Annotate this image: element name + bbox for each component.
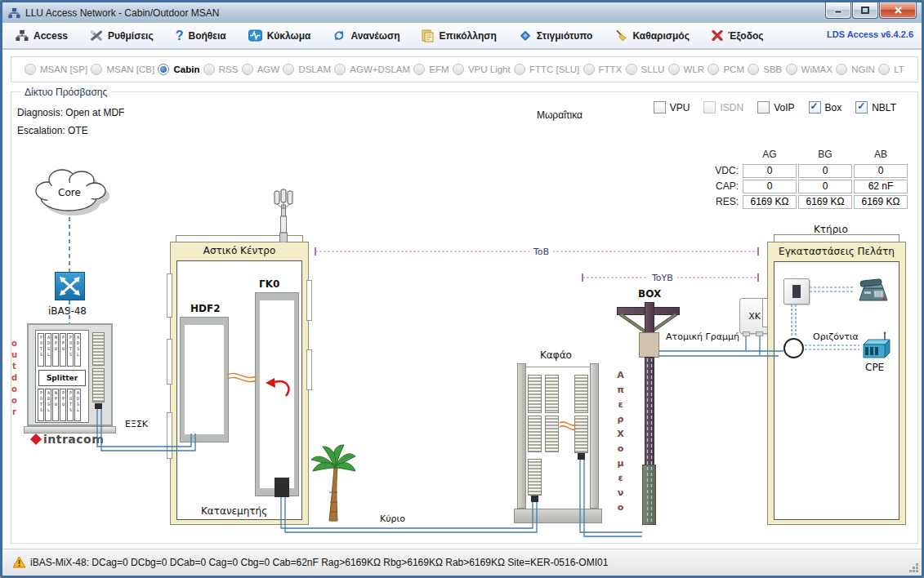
flag-option-VPU[interactable]: VPU <box>654 101 690 113</box>
mode-option-FTTC [SLU][interactable]: FTTC [SLU] <box>514 64 579 75</box>
snapshot-button[interactable]: Στιγμιότυπο <box>519 29 593 42</box>
kafao-terminal-strip <box>574 416 588 453</box>
mode-option-label: MSAN [SP] <box>40 64 87 74</box>
mode-option-AGW[interactable]: AGW <box>242 64 279 75</box>
maximize-button[interactable] <box>852 2 878 19</box>
toyb-label: ToYB <box>648 273 677 283</box>
outdoor-label: outdoor <box>10 339 19 419</box>
radio-icon <box>453 64 464 75</box>
help-icon: ? <box>176 30 184 42</box>
mode-option-Cabin[interactable]: Cabin <box>158 64 199 75</box>
splitter-label: Splitter <box>47 374 78 382</box>
paste-button[interactable]: Επικόλληση <box>422 29 496 42</box>
flag-option-label: NBLT <box>872 102 896 113</box>
warning-icon <box>12 556 26 568</box>
pole-distribution-box[interactable] <box>639 332 659 358</box>
wall-duct <box>762 298 768 327</box>
refresh-icon <box>333 29 346 42</box>
cpe-label: CPE <box>865 362 884 373</box>
mode-option-EFM[interactable]: EFM <box>413 64 449 75</box>
measurement-row-label: VDC: <box>707 164 741 178</box>
mode-option-PCM[interactable]: PCM <box>708 64 744 75</box>
minimize-button[interactable] <box>825 2 851 19</box>
mode-option-MSAN [CB][interactable]: MSAN [CB] <box>91 64 154 75</box>
settings-button[interactable]: Ρυθμίσεις <box>90 29 154 42</box>
mode-option-NGIN[interactable]: NGIN <box>836 64 875 75</box>
msan-switch-icon[interactable] <box>55 272 85 300</box>
flag-option-Box[interactable]: Box <box>809 101 842 113</box>
mode-option-RSS[interactable]: RSS <box>203 64 239 75</box>
cabinet-cable-connector <box>95 403 102 409</box>
mode-option-label: AGW <box>257 64 279 74</box>
access-label: Access <box>33 30 68 42</box>
cabinet-slot-POTS: POTS <box>38 389 44 421</box>
hdf-label: HDF2 <box>190 303 221 314</box>
clean-button[interactable]: Καθαρισμός <box>614 29 690 42</box>
mode-option-VPU Light[interactable]: VPU Light <box>453 64 511 75</box>
exit-button[interactable]: Έξοδος <box>712 30 764 42</box>
flag-option-ISDN[interactable]: ISDN <box>703 101 743 113</box>
distribution-point-circle[interactable] <box>783 338 804 358</box>
mode-selector-panel: MSAN [SP]MSAN [CB]CabinRSSAGWDSLAMAGW+DS… <box>11 56 918 82</box>
box-label: BOX <box>638 288 661 300</box>
service-flags-row: VPUISDNVoIPBoxNBLT <box>654 101 896 113</box>
core-label: Core <box>58 187 81 198</box>
checkbox-icon <box>809 101 821 113</box>
mode-option-DSLAM[interactable]: DSLAM <box>283 64 331 75</box>
intracom-logo-text: intracom <box>43 433 104 446</box>
mdf-label: Κατανεμητής <box>201 505 267 517</box>
help-button[interactable]: ? Βοήθεια <box>176 30 226 42</box>
flag-option-VoIP[interactable]: VoIP <box>757 101 794 113</box>
gk-cable-connector <box>275 478 289 497</box>
toolbar: Access Ρυθμίσεις ? Βοήθεια Κύκλωμα Ανανέ… <box>2 23 922 49</box>
checkbox-icon <box>654 101 666 113</box>
cpe-router-icon <box>860 331 891 361</box>
kafao-terminal-strip <box>574 375 588 413</box>
wall-socket[interactable] <box>783 278 810 305</box>
cabinet-terminal-strip <box>92 368 105 402</box>
intracom-logo: intracom <box>32 433 104 446</box>
mode-option-AGW+DSLAM[interactable]: AGW+DSLAM <box>334 64 410 75</box>
mode-option-SLLU[interactable]: SLLU <box>626 64 665 75</box>
groupbox-title: Δίκτυο Πρόσβασης <box>20 87 111 98</box>
wall-duct <box>167 412 172 459</box>
cabinet-slot-label: POTS <box>39 390 43 420</box>
measurement-value: 62 nF <box>854 180 908 193</box>
kafao-cable-connector <box>578 453 585 460</box>
gk-frame[interactable] <box>256 293 298 496</box>
access-button[interactable]: Access <box>16 29 68 42</box>
circuit-button[interactable]: Κύκλωμα <box>248 29 311 42</box>
cabinet-slot-label: NPU <box>54 390 58 420</box>
mode-option-MSAN [SP][interactable]: MSAN [SP] <box>25 64 87 75</box>
mode-option-label: FTTX <box>599 64 623 74</box>
radio-icon <box>158 64 169 75</box>
building-label: Κτήριο <box>814 224 848 235</box>
drop-line-label: Ατομική Γραμμή <box>666 331 739 342</box>
mode-option-FTTX[interactable]: FTTX <box>583 64 623 75</box>
refresh-button[interactable]: Ανανέωση <box>333 29 400 42</box>
xk-terminal <box>756 331 763 336</box>
close-button[interactable] <box>879 2 917 19</box>
mode-option-WiMAX[interactable]: WiMAX <box>786 64 832 75</box>
flag-option-NBLT[interactable]: NBLT <box>855 101 896 113</box>
switch-label: iBAS-48 <box>48 305 87 317</box>
mode-option-SBB[interactable]: SBB <box>748 64 782 75</box>
premises-label: Εγκαταστάσεις Πελάτη <box>767 246 906 257</box>
cabinet-slot-ADSL: ADSL <box>45 333 51 367</box>
radio-icon <box>283 64 294 75</box>
resize-grip[interactable] <box>916 570 918 572</box>
help-label: Βοήθεια <box>188 30 225 42</box>
hdf-frame[interactable] <box>181 318 228 442</box>
mode-option-LT[interactable]: LT <box>878 64 904 75</box>
maximize-icon <box>861 7 869 14</box>
mode-option-WLR[interactable]: WLR <box>668 64 705 75</box>
outgoing-cable-label: ΑπερΧομενο <box>615 370 626 517</box>
radio-icon <box>334 64 346 75</box>
measurement-column-header: AG <box>743 149 797 162</box>
measurement-value: 0 <box>798 164 852 178</box>
cabinet-slot-POTS: POTS <box>67 333 74 367</box>
paste-label: Επικόλληση <box>439 30 496 42</box>
title-bar[interactable]: LLU Access Network - Cabin/Outdoor MSAN <box>2 2 922 23</box>
window-title: LLU Access Network - Cabin/Outdoor MSAN <box>25 7 219 19</box>
version-label: LDS Access v6.4.2.6 <box>827 29 913 39</box>
